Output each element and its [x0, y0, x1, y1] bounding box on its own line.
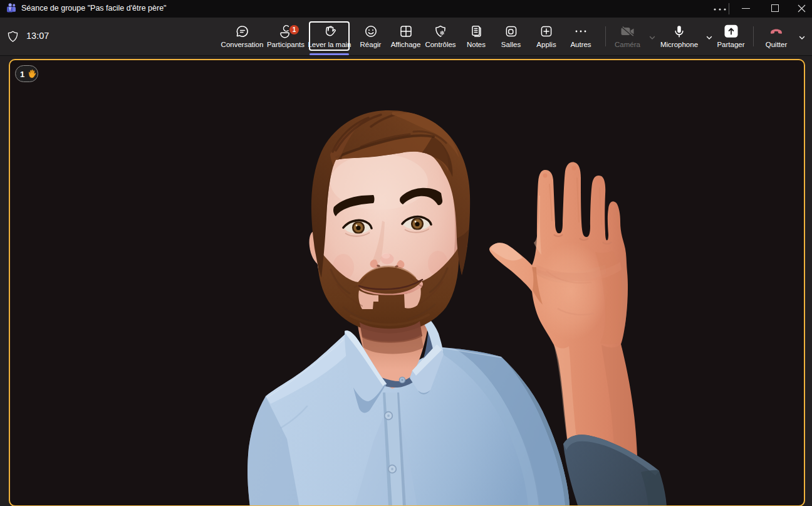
svg-text:T: T: [9, 7, 12, 11]
